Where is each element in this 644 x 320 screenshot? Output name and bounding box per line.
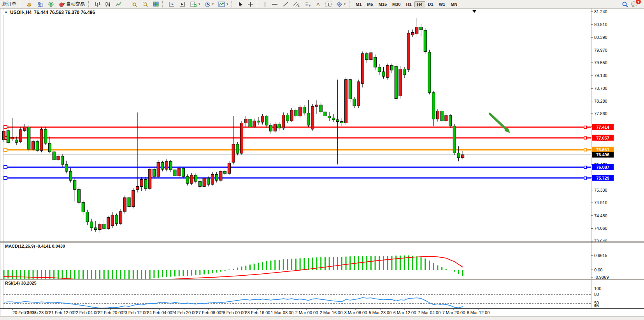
profile-icon (37, 2, 43, 7)
svg-text:22 Feb 20:00: 22 Feb 20:00 (98, 310, 123, 315)
signals-button[interactable] (46, 0, 56, 8)
tf-mn[interactable]: MN (448, 1, 460, 7)
main-toolbar: 新订单 自动交易 ▾ ▾ (0, 0, 644, 9)
new-chart-button[interactable]: ▾ (188, 0, 202, 8)
macd-label: MACD(12,26,9) -0.4141 0.0430 (4, 244, 66, 248)
horizontal-line-button[interactable] (269, 0, 280, 8)
chart-title-bar: ▼ USOil-,H4 76.444 76.563 76.370 76.496 (3, 10, 97, 15)
svg-text:74.060: 74.060 (594, 226, 607, 231)
fibonacci-button[interactable]: F (302, 0, 313, 8)
history-icon (26, 2, 32, 7)
search-icon (622, 1, 628, 7)
line-chart-button[interactable] (113, 0, 124, 8)
new-order-button[interactable]: 新订单 (0, 0, 19, 8)
tf-m15[interactable]: M15 (376, 1, 390, 7)
shapes-icon (337, 2, 342, 7)
macd-values: -0.4141 0.0430 (36, 244, 65, 248)
auto-trading-button[interactable]: 自动交易 (56, 0, 87, 8)
vertical-line-button[interactable] (261, 0, 269, 8)
history-button[interactable] (24, 0, 35, 8)
equidistant-channel-button[interactable]: E (291, 0, 302, 8)
chart-symbol-period: USOil-,H4 (10, 10, 32, 15)
indicators-icon (218, 2, 225, 7)
rsi-panel[interactable]: 1008050150 (0, 280, 644, 308)
svg-text:77.860: 77.860 (594, 111, 607, 116)
svg-text:2 Mar 00:00: 2 Mar 00:00 (295, 310, 318, 315)
chat-button[interactable]: 1 (631, 1, 639, 7)
text-button[interactable]: A (313, 0, 323, 8)
line-chart-icon (116, 2, 121, 7)
svg-text:8 Mar 12:00: 8 Mar 12:00 (467, 310, 490, 315)
zoom-out-button[interactable] (140, 0, 151, 8)
svg-text:0.9615: 0.9615 (594, 253, 607, 258)
zoom-in-button[interactable] (129, 0, 140, 8)
svg-text:20 Feb 23:00: 20 Feb 23:00 (25, 310, 50, 315)
tf-m5[interactable]: M5 (364, 1, 376, 7)
svg-text:79.550: 79.550 (594, 60, 607, 65)
indicators-button[interactable]: ▾ (216, 0, 230, 8)
svg-text:74.480: 74.480 (594, 213, 607, 218)
svg-text:A: A (316, 2, 320, 7)
tf-w1[interactable]: W1 (436, 1, 448, 7)
svg-text:79.130: 79.130 (594, 73, 607, 78)
auto-scroll-button[interactable] (166, 0, 177, 8)
svg-text:0: 0 (594, 303, 597, 308)
text-label-icon: T (325, 2, 332, 7)
trend-line-icon (283, 2, 288, 7)
shapes-button[interactable]: ▾ (334, 0, 348, 8)
svg-text:80.390: 80.390 (594, 35, 607, 40)
auto-trading-label: 自动交易 (66, 1, 85, 7)
svg-text:81.240: 81.240 (594, 9, 607, 14)
svg-text:28 Feb 00:00: 28 Feb 00:00 (221, 310, 246, 315)
chevron-down-icon: ▾ (212, 2, 214, 6)
time-axis[interactable]: 20 Feb 202320 Feb 23:0021 Feb 12:0022 Fe… (0, 308, 644, 316)
search-button[interactable] (619, 0, 631, 8)
tf-h4[interactable]: H4 (414, 1, 425, 7)
chevron-down-icon: ▾ (344, 2, 346, 6)
tf-h1[interactable]: H1 (403, 1, 414, 7)
svg-text:76.496: 76.496 (596, 152, 609, 157)
toolbar-separator (162, 1, 165, 7)
svg-text:7 Mar 20:00: 7 Mar 20:00 (442, 310, 465, 315)
toolbar-separator (349, 1, 352, 7)
macd-panel[interactable]: 0.96150.00-0.9869 (0, 242, 644, 279)
chart-shift-button[interactable] (177, 0, 188, 8)
bar-chart-button[interactable] (92, 0, 103, 8)
cursor-button[interactable] (235, 0, 245, 8)
chart-ohlc-readout: 76.444 76.563 76.370 76.496 (34, 10, 95, 15)
chart-window: ▼ USOil-,H4 76.444 76.563 76.370 76.496 … (0, 9, 644, 320)
rsi-value: 38.2025 (21, 281, 37, 285)
candlestick-chart-button[interactable] (103, 0, 113, 8)
period-button[interactable]: ▾ (202, 0, 216, 8)
auto-scroll-icon (168, 2, 175, 7)
svg-text:3 Mar 08:00: 3 Mar 08:00 (344, 310, 367, 315)
svg-text:0.00: 0.00 (594, 268, 602, 272)
status-strip (0, 316, 644, 320)
candlestick-chart-icon (105, 2, 111, 7)
svg-text:28 Feb 16:00: 28 Feb 16:00 (245, 310, 270, 315)
tf-m30[interactable]: M30 (390, 1, 403, 7)
vertical-line-icon (263, 2, 267, 7)
svg-text:76.087: 76.087 (596, 165, 609, 170)
chart-dropdown-icon[interactable]: ▼ (4, 10, 8, 14)
svg-text:21 Feb 12:00: 21 Feb 12:00 (49, 310, 74, 315)
svg-text:76.661: 76.661 (596, 147, 609, 152)
trend-line-button[interactable] (280, 0, 291, 8)
svg-text:5 Mar 23:00: 5 Mar 23:00 (369, 310, 392, 315)
svg-text:79.970: 79.970 (594, 48, 607, 52)
svg-text:77.414: 77.414 (596, 125, 610, 129)
fibonacci-icon: F (304, 2, 311, 7)
new-order-label: 新订单 (2, 1, 16, 7)
clock-icon (205, 2, 211, 7)
tf-d1[interactable]: D1 (425, 1, 436, 7)
tf-m1[interactable]: M1 (353, 1, 364, 7)
svg-text:7 Mar 04:00: 7 Mar 04:00 (418, 310, 441, 315)
toolbar-separator (125, 1, 128, 7)
text-label-button[interactable]: T (323, 0, 334, 8)
svg-text:6 Mar 12:00: 6 Mar 12:00 (393, 310, 416, 315)
main-price-chart[interactable]: 81.24080.81080.39079.97079.55079.13078.7… (0, 9, 644, 241)
macd-name: MACD(12,26,9) (5, 244, 35, 248)
tile-windows-button[interactable] (151, 0, 161, 8)
profile-button[interactable] (35, 0, 46, 8)
crosshair-button[interactable] (245, 0, 256, 8)
